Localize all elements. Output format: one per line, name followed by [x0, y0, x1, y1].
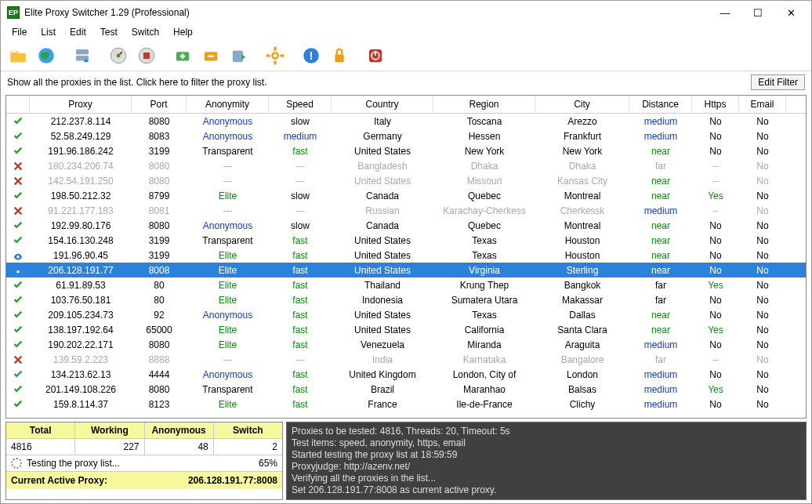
table-row[interactable]: 198.50.212.328799EliteslowCanadaQuebecMo…	[6, 188, 806, 203]
stop-button[interactable]	[134, 43, 159, 68]
stats-value: 2	[214, 439, 282, 455]
column-header[interactable]: Country	[332, 96, 433, 113]
server-down-button[interactable]	[70, 43, 95, 68]
table-row[interactable]: 209.105.234.7392AnonymousfastUnited Stat…	[6, 307, 806, 322]
close-button[interactable]: ✕	[780, 5, 802, 20]
stats-value: 4816	[6, 439, 75, 455]
svg-point-22	[16, 256, 20, 259]
log-panel[interactable]: Proxies to be tested: 4816, Threads: 20,…	[286, 422, 807, 500]
menubar: FileListEditTestSwitchHelp	[1, 24, 811, 40]
minimize-button[interactable]: —	[714, 5, 736, 20]
column-header[interactable]: Distance	[629, 96, 692, 113]
menu-help[interactable]: Help	[167, 25, 199, 39]
filter-text[interactable]: Show all the proxies in the list. Click …	[7, 77, 266, 88]
table-row[interactable]: 180.234.206.748080------BangladeshDhakaD…	[6, 158, 806, 173]
export-button[interactable]	[227, 43, 252, 68]
table-row[interactable]: 138.197.192.6465000ElitefastUnited State…	[6, 322, 806, 337]
column-header[interactable]: Proxy	[30, 96, 132, 113]
svg-text:!: !	[310, 49, 314, 61]
port-cell: 65000	[132, 324, 187, 336]
table-row[interactable]: 212.237.8.1148080AnonymousslowItalyTosca…	[6, 114, 806, 129]
remove-button[interactable]	[198, 43, 223, 68]
column-header[interactable]: Https	[692, 96, 739, 113]
region-cell: Karnataka	[433, 354, 535, 366]
port-cell: 8080	[132, 175, 187, 187]
https-cell: --	[692, 354, 739, 366]
country-cell: Canada	[332, 219, 433, 232]
table-row[interactable]: 134.213.62.134444AnonymousfastUnited Kin…	[6, 367, 806, 382]
anonymity-cell: Transparent	[187, 383, 269, 396]
table-row[interactable]: 191.96.186.2423199TransparentfastUnited …	[6, 143, 806, 158]
menu-switch[interactable]: Switch	[125, 25, 165, 39]
city-cell: Arezzo	[535, 115, 629, 128]
https-cell: Yes	[692, 279, 739, 292]
column-header[interactable]	[6, 96, 30, 113]
table-row[interactable]: 201.149.108.2268080TransparentfastBrazil…	[6, 382, 806, 397]
anonymity-cell: ---	[187, 354, 269, 366]
svg-rect-14	[281, 54, 285, 56]
port-cell: 92	[132, 309, 187, 321]
column-header[interactable]: City	[535, 96, 629, 113]
table-row[interactable]: 142.54.191.2508080------United StatesMis…	[6, 173, 806, 188]
port-cell: 8080	[132, 160, 187, 172]
city-cell: Dallas	[535, 309, 629, 321]
maximize-button[interactable]: ☐	[747, 5, 769, 20]
menu-test[interactable]: Test	[94, 25, 124, 39]
column-header[interactable]: Port	[132, 96, 187, 113]
column-header[interactable]: Speed	[269, 96, 332, 113]
column-header[interactable]: Anonymity	[187, 96, 269, 113]
table-row[interactable]: 154.16.130.2483199TransparentfastUnited …	[6, 233, 806, 248]
lock-button[interactable]	[327, 43, 352, 68]
edit-filter-button[interactable]: Edit Filter	[751, 74, 805, 90]
speed-cell: medium	[269, 130, 332, 143]
speed-cell: ---	[269, 205, 332, 217]
table-row[interactable]: 91.221.177.1838081------RussianKarachay-…	[6, 203, 806, 218]
power-button[interactable]	[363, 43, 388, 68]
table-row[interactable]: 192.99.80.1768080AnonymousslowCanadaQueb…	[6, 218, 806, 233]
svg-rect-9	[233, 50, 243, 62]
menu-edit[interactable]: Edit	[63, 25, 92, 39]
anonymity-cell: Transparent	[187, 234, 269, 247]
gauge-button[interactable]	[106, 43, 131, 68]
distance-cell: medium	[629, 205, 692, 217]
country-cell: United States	[332, 234, 433, 247]
globe-button[interactable]	[34, 43, 59, 68]
stats-header: Switch	[214, 422, 282, 439]
app-icon: EP	[7, 6, 20, 19]
status-icon	[6, 219, 30, 232]
port-cell: 8081	[132, 205, 187, 217]
stats-value: 48	[145, 439, 214, 455]
svg-rect-11	[274, 46, 276, 50]
bottom-panel: TotalWorkingAnonymousSwitch 4816227482 T…	[5, 422, 807, 500]
region-cell: California	[433, 324, 535, 336]
anonymity-cell: ---	[187, 175, 269, 187]
column-header[interactable]: Region	[433, 96, 535, 113]
table-row[interactable]: 206.128.191.778008ElitefastUnited States…	[6, 263, 806, 277]
add-button[interactable]	[170, 43, 195, 68]
anonymity-cell: ---	[187, 160, 269, 172]
info-button[interactable]: !	[299, 43, 324, 68]
country-cell: Thailand	[332, 279, 433, 292]
menu-file[interactable]: File	[5, 25, 33, 39]
list-body[interactable]: 212.237.8.1148080AnonymousslowItalyTosca…	[6, 114, 806, 418]
table-row[interactable]: 61.91.89.5380ElitefastThailandKrung Thep…	[6, 277, 806, 292]
table-row[interactable]: 103.76.50.18180ElitefastIndonesiaSumater…	[6, 292, 806, 307]
speed-cell: fast	[269, 264, 332, 277]
status-icon	[6, 398, 30, 411]
column-header[interactable]: Email	[739, 96, 786, 113]
city-cell: Dhaka	[535, 160, 629, 172]
city-cell: Bangkok	[535, 279, 629, 292]
table-row[interactable]: 191.96.90.453199ElitefastUnited StatesTe…	[6, 248, 806, 263]
table-row[interactable]: 52.58.249.1298083AnonymousmediumGermanyH…	[6, 129, 806, 143]
menu-list[interactable]: List	[34, 25, 62, 39]
https-cell: Yes	[692, 383, 739, 396]
status-icon	[6, 190, 30, 202]
distance-cell: far	[629, 160, 692, 172]
titlebar[interactable]: EP Elite Proxy Switcher 1.29 (Profession…	[1, 1, 811, 24]
table-row[interactable]: 190.202.22.1718080ElitefastVenezuelaMira…	[6, 337, 806, 352]
open-button[interactable]	[5, 43, 31, 68]
gear-button[interactable]	[263, 43, 288, 68]
table-row[interactable]: 159.8.114.378123ElitefastFranceIle-de-Fr…	[6, 397, 806, 412]
table-row[interactable]: 139.59.2.2238888------IndiaKarnatakaBang…	[6, 352, 806, 367]
country-cell: Russian	[332, 205, 433, 217]
